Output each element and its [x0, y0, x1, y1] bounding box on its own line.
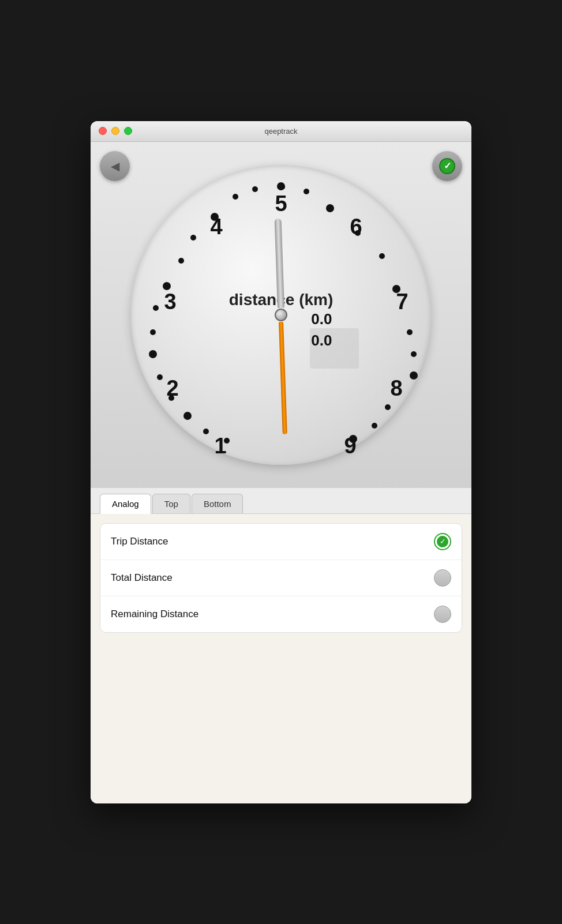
svg-text:7: 7	[396, 290, 408, 314]
svg-point-16	[150, 329, 156, 335]
options-list: Trip Distance ✓ Total Distance Remaining…	[100, 523, 462, 633]
gauge-area: ✓ 5 6 7	[91, 142, 471, 488]
svg-point-27	[410, 371, 418, 380]
svg-point-13	[178, 258, 184, 264]
radio-unchecked-icon	[434, 569, 451, 587]
option-remaining-distance-radio[interactable]	[434, 606, 451, 623]
option-total-distance[interactable]: Total Distance	[100, 560, 462, 596]
tab-top[interactable]: Top	[152, 494, 190, 513]
svg-point-17	[153, 305, 159, 311]
check-icon: ✓	[437, 536, 448, 547]
maximize-button[interactable]	[124, 127, 132, 135]
ok-button[interactable]: ✓	[432, 151, 462, 181]
option-remaining-distance[interactable]: Remaining Distance	[100, 596, 462, 632]
svg-point-28	[407, 329, 413, 335]
option-total-distance-label: Total Distance	[111, 572, 173, 584]
svg-point-32	[379, 253, 385, 259]
main-window: qeeptrack ✓ 5	[91, 121, 471, 803]
svg-point-31	[355, 230, 361, 236]
svg-text:3: 3	[164, 290, 176, 314]
radio-checked-icon: ✓	[434, 533, 451, 550]
tab-bottom[interactable]: Bottom	[192, 494, 243, 513]
svg-point-14	[190, 235, 196, 241]
svg-point-34	[280, 185, 285, 189]
value2: 0.0	[311, 330, 332, 351]
options-area: Trip Distance ✓ Total Distance Remaining…	[91, 514, 471, 642]
option-trip-distance[interactable]: Trip Distance ✓	[100, 524, 462, 560]
svg-point-21	[183, 412, 192, 420]
svg-point-24	[349, 435, 357, 443]
svg-point-11	[252, 186, 258, 192]
svg-point-30	[392, 285, 400, 293]
tab-analog[interactable]: Analog	[100, 494, 151, 514]
option-trip-distance-radio[interactable]: ✓	[434, 533, 451, 550]
close-button[interactable]	[99, 127, 107, 135]
tabs-bar: Analog Top Bottom	[91, 488, 471, 514]
titlebar: qeeptrack	[91, 121, 471, 142]
option-remaining-distance-label: Remaining Distance	[111, 609, 198, 620]
svg-text:1: 1	[214, 434, 226, 458]
svg-point-26	[372, 423, 377, 429]
window-title: qeeptrack	[264, 127, 297, 136]
radio-unchecked-icon-2	[434, 606, 451, 623]
svg-point-33	[326, 204, 334, 212]
svg-text:5: 5	[275, 191, 287, 216]
svg-point-35	[304, 189, 309, 194]
svg-text:8: 8	[390, 376, 402, 400]
svg-point-15	[163, 282, 171, 290]
minimize-button[interactable]	[111, 127, 119, 135]
analog-gauge: 5 6 7 8 9 1 2 3 4	[131, 165, 431, 465]
option-total-distance-radio[interactable]	[434, 569, 451, 587]
svg-point-18	[149, 350, 157, 358]
back-button[interactable]	[100, 151, 130, 181]
svg-point-10	[233, 194, 238, 200]
svg-point-25	[385, 404, 391, 410]
empty-area	[91, 642, 471, 803]
values-display: 0.0 0.0	[311, 309, 332, 351]
svg-point-19	[168, 395, 174, 401]
needle-pivot	[275, 309, 287, 321]
svg-point-23	[203, 429, 209, 434]
svg-point-29	[411, 351, 417, 357]
svg-point-22	[224, 438, 230, 444]
value1: 0.0	[311, 309, 332, 329]
svg-point-20	[157, 374, 163, 380]
svg-point-12	[211, 213, 219, 221]
ok-check-icon: ✓	[439, 158, 455, 174]
option-trip-distance-label: Trip Distance	[111, 536, 168, 547]
traffic-lights	[99, 127, 132, 135]
